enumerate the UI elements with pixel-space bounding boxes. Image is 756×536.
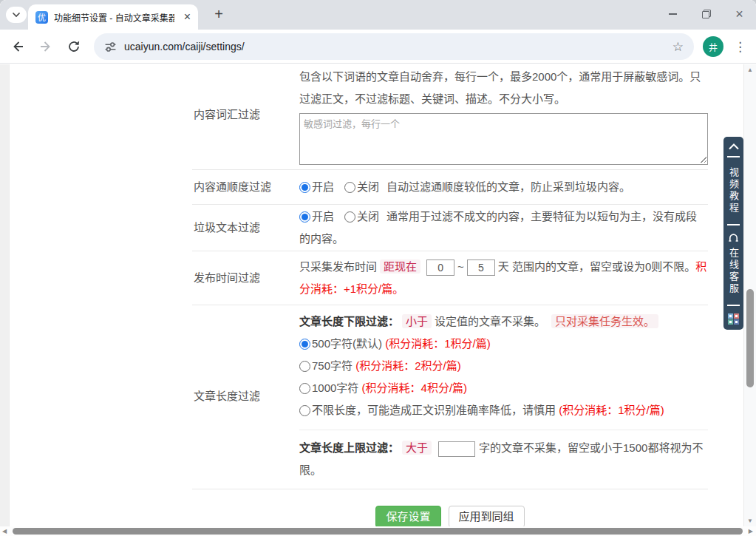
length-option-credit: (积分消耗：2积分/篇)	[355, 359, 461, 372]
scroll-down-arrow[interactable]: ▼	[744, 518, 756, 524]
address-bar[interactable]: ucaiyun.com/caiji/settings/ ☆	[94, 33, 694, 60]
page-content: 内容词汇过滤 包含以下词语的文章自动舍弃，每行一个，最多2000个，通常用于屏蔽…	[0, 64, 756, 536]
url-text[interactable]: ucaiyun.com/caiji/settings/	[124, 41, 245, 52]
back-button[interactable]	[10, 39, 25, 54]
length-max-title: 文章长度上限过滤：	[299, 441, 399, 454]
chevron-down-icon	[12, 12, 21, 18]
field-label: 垃圾文本过滤	[192, 217, 299, 239]
field-label: 内容词汇过滤	[192, 104, 299, 126]
pubtime-to-input[interactable]	[467, 259, 495, 276]
vertical-scrollbar[interactable]: ▲ ▼	[743, 64, 756, 526]
window-restore-button[interactable]	[689, 0, 723, 28]
length-750-radio[interactable]	[299, 361, 310, 372]
length-option-label[interactable]: 不限长度，可能造成正文识别准确率降低，请慎用	[312, 404, 556, 416]
restore-icon	[703, 10, 710, 18]
length-min-desc: 设定值的文章不采集。	[435, 315, 545, 328]
row-content-vocab-filter: 内容词汇过滤 包含以下词语的文章自动舍弃，每行一个，最多2000个，通常用于屏蔽…	[192, 64, 708, 170]
window-minimize-button[interactable]	[656, 0, 689, 28]
field-label: 发布时间过滤	[192, 267, 299, 289]
length-max-chip: 大于	[402, 441, 432, 455]
vocab-filter-textarea[interactable]	[299, 113, 708, 165]
browser-tab[interactable]: 优 功能细节设置 - 自动文章采集器 ×	[28, 4, 198, 30]
apply-to-group-button[interactable]: 应用到同组	[449, 506, 525, 528]
scroll-right-arrow[interactable]: ▶	[749, 528, 753, 535]
bookmark-star-icon[interactable]: ☆	[672, 39, 684, 55]
length-scope-note: 只对采集任务生效。	[551, 314, 658, 328]
panel-divider	[727, 305, 740, 306]
tune-icon[interactable]	[104, 41, 117, 53]
length-option: 1000字符 (积分消耗：4积分/篇)	[299, 377, 708, 399]
panel-divider	[727, 156, 740, 157]
fluency-on-radio[interactable]	[299, 182, 310, 193]
forward-button[interactable]	[38, 39, 53, 54]
row-fluency-filter: 内容通顺度过滤 开启关闭自动过滤通顺度较低的文章，防止采到垃圾内容。	[192, 170, 708, 205]
pubtime-from-input[interactable]	[426, 259, 454, 276]
length-option-label[interactable]: 500字符(默认)	[312, 337, 382, 350]
length-option-credit: (积分消耗：1积分/篇)	[385, 337, 491, 350]
scroll-left-arrow[interactable]: ◀	[2, 528, 7, 535]
browser-toolbar: ucaiyun.com/caiji/settings/ ☆ 井 ⋮	[0, 30, 756, 64]
spam-off-label[interactable]: 关闭	[357, 210, 379, 223]
page-gutter	[0, 64, 10, 526]
pubtime-separator: ~	[457, 260, 464, 273]
pubtime-chip: 距现在	[380, 259, 420, 274]
tab-close-icon[interactable]: ×	[184, 11, 191, 23]
save-settings-button[interactable]: 保存设置	[375, 506, 440, 528]
row-length-filter: 文章长度过滤 文章长度下限过滤：小于设定值的文章不采集。只对采集任务生效。 50…	[192, 305, 708, 489]
site-favicon: 优	[35, 11, 48, 24]
field-label: 文章长度过滤	[192, 385, 299, 407]
tab-search-button[interactable]	[6, 7, 27, 23]
panel-divider	[727, 224, 740, 225]
row-pubtime-filter: 发布时间过滤 只采集发布时间距现在~天 范围内的文章，留空或设为0则不限。积分消…	[192, 251, 708, 305]
horizontal-scroll-thumb[interactable]	[13, 528, 743, 535]
field-label: 内容通顺度过滤	[192, 176, 299, 198]
length-max-line: 文章长度上限过滤：大于字的文章不采集，留空或小于1500都将视为不限。	[299, 437, 708, 481]
spam-on-label[interactable]: 开启	[312, 210, 334, 223]
length-500-radio[interactable]	[299, 339, 310, 350]
pubtime-prefix: 只采集发布时间	[299, 260, 377, 273]
length-option-credit: (积分消耗：4积分/篇)	[362, 381, 468, 394]
fluency-off-radio[interactable]	[344, 182, 355, 193]
pubtime-suffix: 天 范围内的文章，留空或设为0则不限。	[498, 260, 696, 273]
tab-strip: 优 功能细节设置 - 自动文章采集器 × + ×	[0, 0, 756, 30]
length-option: 500字符(默认) (积分消耗：1积分/篇)	[299, 333, 708, 355]
spam-off-radio[interactable]	[344, 211, 355, 223]
length-sub-divider	[299, 430, 708, 430]
length-min-heading: 文章长度下限过滤：小于设定值的文章不采集。只对采集任务生效。	[299, 311, 708, 333]
fluency-off-label[interactable]: 关闭	[357, 180, 379, 193]
length-max-input[interactable]	[438, 441, 475, 457]
form-actions: 保存设置 应用到同组	[192, 506, 708, 528]
online-service-link[interactable]: 在线客服	[729, 248, 738, 295]
browser-menu-icon[interactable]: ⋮	[734, 39, 746, 55]
row-spam-filter: 垃圾文本过滤 开启关闭通常用于过滤不成文的内容，主要特征为以短句为主，没有成段的…	[192, 205, 708, 251]
settings-form: 内容词汇过滤 包含以下词语的文章自动舍弃，每行一个，最多2000个，通常用于屏蔽…	[192, 64, 708, 528]
profile-avatar[interactable]: 井	[703, 36, 723, 57]
back-to-top-icon[interactable]	[728, 143, 740, 150]
headset-icon[interactable]	[728, 231, 739, 242]
tab-title: 功能细节设置 - 自动文章采集器	[54, 11, 174, 24]
new-tab-button[interactable]: +	[209, 5, 228, 24]
length-min-title: 文章长度下限过滤：	[299, 315, 399, 328]
window-close-button[interactable]: ×	[723, 0, 756, 28]
window-controls: ×	[656, 0, 756, 28]
length-unlimited-radio[interactable]	[299, 405, 310, 416]
length-option-label[interactable]: 1000字符	[312, 381, 358, 394]
length-min-chip: 小于	[402, 314, 432, 328]
length-option-label[interactable]: 750字符	[312, 359, 353, 372]
qr-code-icon[interactable]	[728, 313, 739, 325]
minimize-icon	[669, 13, 677, 15]
vertical-scroll-thumb[interactable]	[746, 289, 754, 387]
video-tutorial-link[interactable]: 视频教程	[729, 167, 738, 214]
fluency-on-label[interactable]: 开启	[312, 180, 334, 193]
horizontal-scrollbar[interactable]: ◀ ▶	[0, 526, 756, 536]
length-option: 750字符 (积分消耗：2积分/篇)	[299, 355, 708, 377]
length-option: 不限长度，可能造成正文识别准确率降低，请慎用 (积分消耗：1积分/篇)	[299, 399, 708, 421]
scroll-up-arrow[interactable]: ▲	[744, 67, 756, 73]
reload-button[interactable]	[67, 39, 81, 54]
floating-side-panel: 视频教程 在线客服	[723, 137, 743, 330]
vocab-filter-description: 包含以下词语的文章自动舍弃，每行一个，最多2000个，通常用于屏蔽敏感词。只过滤…	[299, 66, 708, 110]
length-1000-radio[interactable]	[299, 383, 310, 394]
length-option-credit: (积分消耗：1积分/篇)	[559, 404, 664, 416]
fluency-description: 自动过滤通顺度较低的文章，防止采到垃圾内容。	[386, 180, 630, 193]
spam-on-radio[interactable]	[299, 211, 310, 223]
